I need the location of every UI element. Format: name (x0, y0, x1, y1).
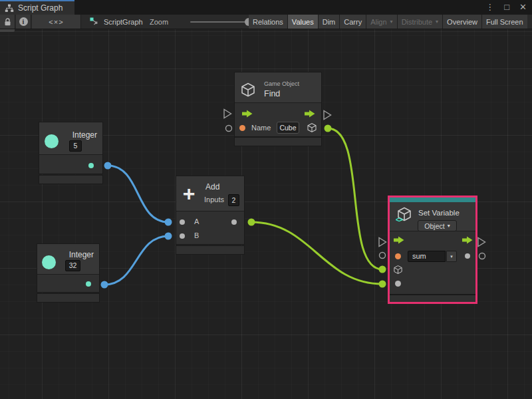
window-close-icon[interactable]: ✕ (519, 0, 527, 15)
fullscreen-button[interactable]: Full Screen (482, 15, 527, 29)
edge-integer32-to-add-b[interactable] (104, 236, 168, 285)
node-title: Set Variable (418, 209, 460, 217)
relations-button[interactable]: Relations (249, 15, 288, 29)
edge-integer5-to-add-a[interactable] (108, 166, 168, 222)
port-setvariable-value-input[interactable] (379, 281, 386, 288)
flow-in-arrow-icon[interactable] (242, 110, 253, 118)
chevron-down-icon: ▾ (436, 19, 438, 25)
node-set-variable[interactable]: <> Set Variable Object ▾ sum ▾ (390, 198, 475, 302)
carry-button[interactable]: Carry (340, 15, 366, 29)
chevron-down-icon: ▾ (450, 254, 453, 259)
lock-icon (4, 18, 11, 26)
integer-value-field[interactable]: 32 (65, 260, 80, 271)
node-add[interactable]: + Add Inputs 2 A B (176, 176, 244, 254)
integer-type-icon (45, 134, 59, 148)
flow-out-arrow-icon[interactable] (305, 110, 315, 118)
distribute-button[interactable]: Distribute▾ (398, 15, 443, 29)
port-setvariable-flow-out[interactable] (478, 238, 485, 247)
node-footer (390, 295, 475, 302)
chevron-down-icon: ▾ (390, 19, 393, 25)
node-title: Add (205, 182, 219, 192)
port-find-name-external[interactable] (226, 126, 232, 132)
port-integer32-output[interactable] (101, 281, 108, 289)
node-category: Game Object (264, 80, 299, 87)
align-button[interactable]: Align▾ (366, 15, 397, 29)
gameobject-port-icon[interactable] (307, 122, 317, 133)
node-gameobject-find[interactable]: Game Object Find Name Cube (235, 72, 321, 146)
integer-type-icon (42, 255, 56, 269)
port-find-output[interactable] (325, 125, 332, 132)
input-b-dot[interactable] (180, 233, 185, 239)
variable-name-field[interactable]: sum (408, 251, 446, 262)
port-setvariable-flow-in[interactable] (379, 238, 386, 247)
port-add-input-b[interactable] (165, 233, 172, 240)
title-bar: Script Graph ⋮ □ ✕ (0, 0, 532, 15)
port-add-input-a[interactable] (165, 219, 172, 226)
gameobject-cube-icon (240, 82, 256, 98)
edge-add-to-setvariable-value[interactable] (251, 222, 382, 284)
target-object-port-icon[interactable] (393, 265, 403, 275)
port-find-flow-in[interactable] (224, 110, 231, 118)
input-a-dot[interactable] (180, 219, 185, 225)
script-graph-icon (89, 17, 99, 27)
port-find-flow-out[interactable] (324, 111, 331, 120)
toolbar-button-group: Relations Values Dim Carry Align▾ Distri… (249, 15, 532, 29)
port-add-output[interactable] (248, 219, 255, 226)
node-integer-5[interactable]: Integer 5 (39, 122, 102, 184)
value-in-dot[interactable] (395, 281, 401, 287)
tab-title: Script Graph (18, 3, 63, 13)
flow-out-arrow-icon[interactable] (462, 236, 473, 244)
input-a-label: A (194, 217, 199, 225)
input-b-label: B (194, 231, 199, 239)
port-integer5-output[interactable] (104, 162, 112, 170)
inputs-count-field[interactable]: 2 (228, 194, 239, 206)
inputs-label: Inputs (204, 196, 224, 203)
output-port-dot[interactable] (88, 163, 94, 168)
value-out-dot[interactable] (465, 253, 470, 259)
node-title: Find (264, 89, 280, 98)
port-setvariable-object-input[interactable] (379, 266, 386, 273)
node-footer (235, 138, 321, 146)
flow-in-arrow-icon[interactable] (394, 236, 404, 244)
output-dot[interactable] (231, 219, 237, 225)
chevron-down-icon: ▾ (448, 223, 450, 229)
name-value-field[interactable]: Cube (277, 122, 299, 134)
info-button[interactable]: i (16, 15, 31, 29)
node-footer (176, 246, 244, 254)
output-port-dot[interactable] (86, 281, 91, 287)
port-setvariable-value-out[interactable] (479, 253, 485, 259)
add-icon: + (180, 185, 198, 202)
window-menu-icon[interactable]: ⋮ (485, 0, 494, 15)
zoom-control: Zoom 1x (150, 15, 265, 29)
zoom-label: Zoom (150, 18, 168, 26)
lock-button[interactable] (0, 15, 15, 29)
variable-kind-strip (390, 198, 475, 202)
values-button[interactable]: Values (288, 15, 319, 29)
variable-name-dropdown-button[interactable]: ▾ (446, 251, 457, 262)
graph-toolbar: i <×> ScriptGraph Zoom 1x Relations Valu… (0, 15, 532, 29)
tab-script-graph[interactable]: Script Graph (0, 0, 74, 15)
variable-code-icon: <> (396, 216, 402, 223)
edge-find-to-setvariable-object[interactable] (328, 128, 382, 269)
graph-reference[interactable]: ScriptGraph (89, 15, 143, 29)
code-view-button[interactable]: <×> (32, 15, 81, 29)
node-title: Integer (69, 250, 94, 259)
window-maximize-icon[interactable]: □ (504, 0, 509, 15)
node-footer (37, 294, 99, 302)
info-icon: i (19, 17, 28, 26)
node-footer (39, 176, 102, 184)
overview-button[interactable]: Overview (443, 15, 482, 29)
node-title: Integer (72, 130, 97, 140)
zoom-slider-track[interactable] (190, 21, 249, 23)
graph-name: ScriptGraph (104, 18, 143, 26)
name-port-dot[interactable] (239, 125, 245, 131)
code-view-icon: <×> (49, 18, 63, 26)
integer-value-field[interactable]: 5 (69, 140, 82, 152)
variable-name-port-dot[interactable] (395, 253, 401, 259)
name-label: Name (251, 124, 271, 132)
graph-tree-icon (5, 4, 14, 13)
port-setvariable-name-external[interactable] (380, 253, 386, 259)
dim-button[interactable]: Dim (319, 15, 340, 29)
variable-scope-dropdown[interactable]: Object ▾ (418, 220, 457, 231)
node-integer-32[interactable]: Integer 32 (37, 244, 99, 302)
